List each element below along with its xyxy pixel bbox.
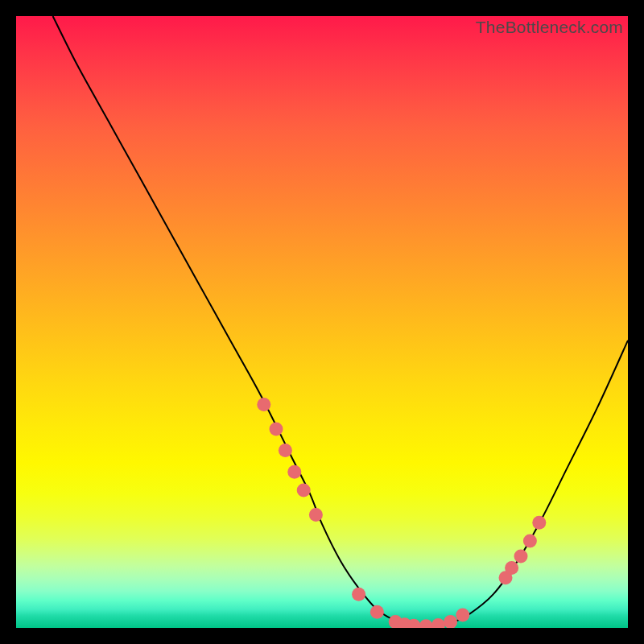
marker-point <box>523 535 537 548</box>
marker-point <box>419 619 433 628</box>
marker-point <box>257 398 270 411</box>
markers-group <box>257 398 546 628</box>
marker-point <box>287 465 301 479</box>
marker-point <box>514 550 528 564</box>
plot-area: TheBottleneck.com <box>16 16 628 628</box>
marker-point <box>444 615 457 628</box>
marker-point <box>456 609 469 622</box>
curve-svg <box>16 16 628 628</box>
marker-point <box>352 588 365 601</box>
marker-point <box>297 484 311 497</box>
marker-point <box>532 516 546 530</box>
marker-point <box>279 444 292 457</box>
marker-point <box>309 508 323 522</box>
marker-point <box>370 605 384 619</box>
marker-point <box>431 618 445 628</box>
marker-point <box>505 561 518 575</box>
bottleneck-curve <box>53 16 628 626</box>
watermark-text: TheBottleneck.com <box>476 18 623 37</box>
marker-point <box>270 423 283 436</box>
